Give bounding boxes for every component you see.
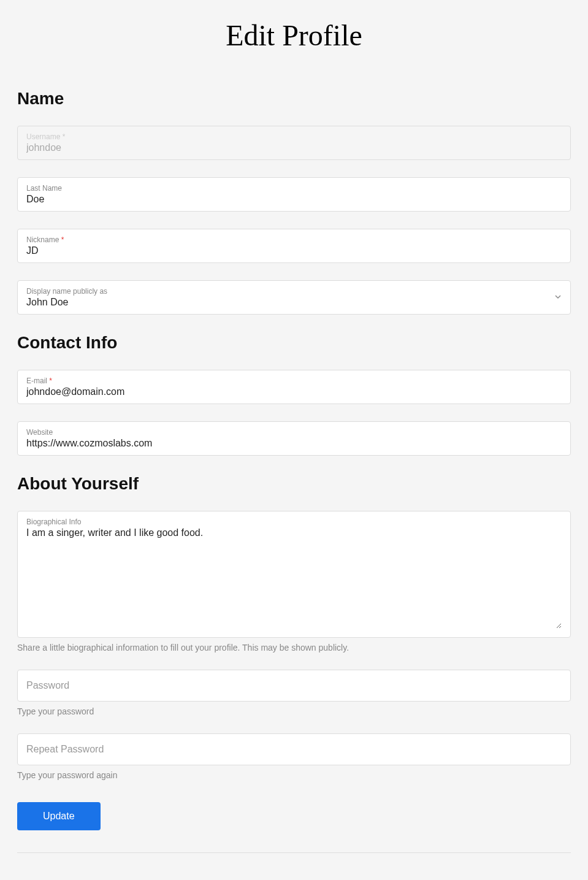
nickname-field-box[interactable]: Nickname — [17, 229, 571, 263]
bio-field-box[interactable]: Biographical Info — [17, 511, 571, 638]
website-input[interactable] — [26, 438, 562, 449]
password-input[interactable] — [26, 680, 562, 691]
username-field-box: Username — [17, 126, 571, 160]
nickname-input[interactable] — [26, 245, 562, 256]
section-about-title: About Yourself — [17, 474, 571, 494]
username-input — [26, 142, 562, 153]
website-field-box[interactable]: Website — [17, 421, 571, 456]
repeat-password-help-text: Type your password again — [17, 770, 571, 780]
display-name-label: Display name publicly as — [26, 287, 562, 296]
bio-help-text: Share a little biographical information … — [17, 643, 571, 652]
website-label: Website — [26, 428, 562, 437]
last-name-label: Last Name — [26, 184, 562, 193]
bio-label: Biographical Info — [26, 518, 562, 526]
email-input[interactable] — [26, 386, 562, 397]
email-label: E-mail — [26, 377, 562, 385]
nickname-label: Nickname — [26, 235, 562, 244]
password-help-text: Type your password — [17, 706, 571, 716]
display-name-select[interactable] — [26, 297, 562, 308]
section-name-title: Name — [17, 89, 571, 109]
last-name-input[interactable] — [26, 194, 562, 205]
username-label: Username — [26, 132, 562, 141]
password-field-box[interactable] — [17, 670, 571, 702]
repeat-password-field-box[interactable] — [17, 733, 571, 765]
display-name-field-box[interactable]: Display name publicly as — [17, 280, 571, 315]
divider — [17, 852, 571, 853]
bio-textarea[interactable] — [26, 527, 562, 629]
repeat-password-input[interactable] — [26, 744, 562, 755]
update-button[interactable]: Update — [17, 802, 101, 830]
page-title: Edit Profile — [17, 18, 571, 52]
section-contact-title: Contact Info — [17, 333, 571, 353]
last-name-field-box[interactable]: Last Name — [17, 177, 571, 212]
email-field-box[interactable]: E-mail — [17, 370, 571, 404]
